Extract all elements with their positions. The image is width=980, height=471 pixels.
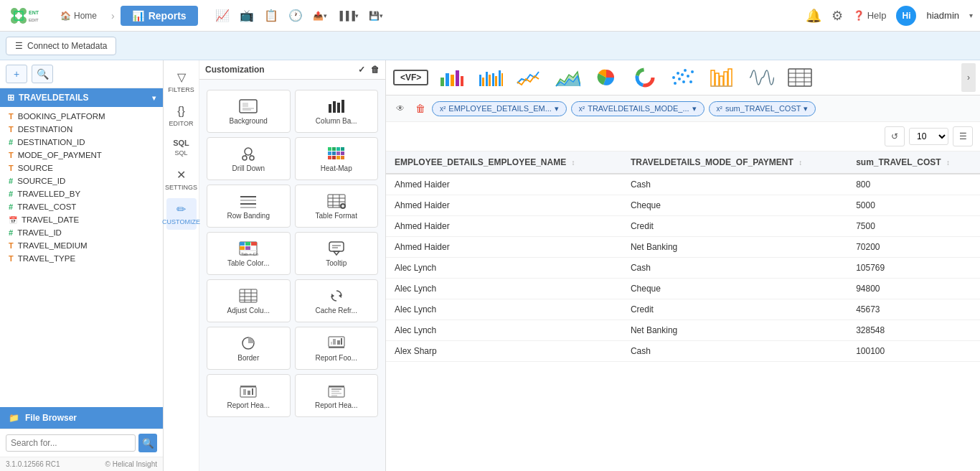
line-chart-btn[interactable] [510,63,547,92]
field-item-source[interactable]: T SOURCE [0,162,163,174]
table-color-btn[interactable]: Tab = Color . Table Color... [207,232,291,275]
row-banding-btn[interactable]: Row Banding [207,185,291,228]
report-footer-btn[interactable]: Report Foo... [295,327,379,370]
file-browser-header[interactable]: 📁 File Browser [0,407,163,429]
filter-tag-dropdown: ▾ [692,104,697,113]
report-header1-icon [238,383,258,398]
connect-metadata-button[interactable]: ☰ Connect to Metadata [6,37,116,55]
filter-delete-btn[interactable]: 🗑 [413,101,428,116]
svg-rect-28 [332,151,336,155]
field-item-mode-payment[interactable]: T MODE_OF_PAYMENT [0,149,163,162]
refresh-table-btn[interactable]: ↺ [885,126,905,146]
cache-refresh-btn[interactable]: Cache Refr... [295,279,379,322]
border-label: Border [237,354,259,362]
export-toolbar-btn[interactable]: 📤▾ [308,8,331,24]
customization-delete-icon[interactable]: 🗑 [371,65,380,75]
field-item-destination-id[interactable]: # DESTINATION_ID [0,136,163,149]
svg-text:EDITION: EDITION [29,18,39,22]
scatter-chart-btn[interactable] [665,63,702,92]
vf-chart-btn[interactable]: <VF> [390,67,431,88]
field-item-source-id[interactable]: # SOURCE_ID [0,174,163,187]
columns-toolbar-btn[interactable]: ▐▐▐▾ [333,8,364,24]
histogram-chart-btn[interactable] [704,63,741,92]
line-chart-toolbar-btn[interactable]: 📈 [211,4,234,27]
vf-label[interactable]: <VF> [393,70,428,85]
field-item-travel-cost[interactable]: # TRAVEL_COST [0,200,163,213]
table-cell-travel_cost: 100100 [847,341,980,362]
field-item-travelled-by[interactable]: # TRAVELLED_BY [0,187,163,200]
drill-down-btn[interactable]: Drill Down [207,137,291,180]
filter-tag-cost[interactable]: x² sum_TRAVEL_COST ▾ [709,101,816,116]
reports-nav-item[interactable]: 📊 Reports [121,6,198,26]
home-nav-item[interactable]: 🏠 Home [52,6,105,25]
adjust-columns-btn[interactable]: Adjust Colu... [207,279,291,322]
user-dropdown-icon[interactable]: ▾ [969,11,973,19]
search-submit-button[interactable]: 🔍 [138,434,157,452]
dashboard-toolbar-btn[interactable]: 📺 [235,4,258,27]
svg-rect-96 [495,76,497,86]
table-format-btn[interactable]: Table Format [295,185,379,228]
svg-text:ENT: ENT [29,10,39,15]
table-cell-emp_name: Ahmed Haider [386,195,622,216]
field-item-travel-medium[interactable]: T TRAVEL_MEDIUM [0,239,163,252]
number-type-icon: # [9,177,13,185]
svg-rect-49 [240,242,245,246]
column-bar-btn[interactable]: Column Ba... [295,90,379,133]
clock-toolbar-btn[interactable]: 🕐 [284,4,307,27]
report-toolbar-btn[interactable]: 📋 [260,4,283,27]
tooltip-btn[interactable]: Tooltip [295,232,379,275]
heatmap-btn[interactable]: Heat-Map [295,137,379,180]
table-options-btn[interactable]: ☰ [953,126,973,146]
customize-panel-btn[interactable]: ✏ CUSTOMIZE [166,198,197,230]
table-header[interactable]: ⊞ TRAVELDETAILS ▾ [0,88,163,107]
svg-rect-14 [329,104,331,113]
customization-check-icon[interactable]: ✓ [358,65,365,75]
add-field-button[interactable]: + [6,65,27,83]
settings-icon[interactable]: ⚙ [831,8,843,24]
area-chart-btn[interactable] [549,63,586,92]
table-row: Alex SharpCash100100 [386,341,980,362]
notifications-icon[interactable]: 🔔 [806,8,821,24]
sql-panel-btn[interactable]: SQL SQL [166,134,197,161]
search-input[interactable] [6,434,136,452]
search-field-button[interactable]: 🔍 [32,65,53,83]
user-avatar: Hi [896,6,916,26]
col-header-mode-payment[interactable]: TRAVELDETAILS_MODE_OF_PAYMENT ↕ [622,151,847,174]
tooltip-icon [326,241,347,256]
table-chart-btn[interactable] [781,63,819,92]
page-size-select[interactable]: 10 25 50 100 [909,128,948,145]
donut-chart-btn[interactable] [626,63,664,92]
waveform-chart-btn[interactable] [743,63,780,92]
chart-toolbar-expand-btn[interactable]: › [961,63,976,92]
border-btn[interactable]: Border [207,327,291,370]
settings-panel-btn[interactable]: ✕ SETTINGS [166,164,197,195]
multibar-chart-btn[interactable] [471,63,509,92]
svg-point-111 [691,70,694,73]
field-item-travel-id[interactable]: # TRAVEL_ID [0,226,163,239]
filter-tag-dropdown: ▾ [804,104,808,113]
filter-tag-employee[interactable]: x² EMPLOYEE_DETAILS_EM... ▾ [432,101,567,116]
report-header1-btn[interactable]: Report Hea... [207,374,291,417]
field-item-booking-platform[interactable]: T BOOKING_PLATFORM [0,110,163,123]
filters-panel-btn[interactable]: ▽ FILTERS [166,66,197,98]
col-header-travel-cost[interactable]: sum_TRAVEL_COST ↕ [847,151,980,174]
field-item-travel-type[interactable]: T TRAVEL_TYPE [0,252,163,265]
field-item-travel-date[interactable]: 📅 TRAVEL_DATE [0,213,163,226]
bar-chart-btn[interactable] [433,63,470,92]
report-header2-btn[interactable]: Report Hea... [295,374,379,417]
report-header2-label: Report Hea... [315,401,357,409]
save-toolbar-btn[interactable]: 💾▾ [364,8,387,24]
filter-tag-label: TRAVELDETAILS_MODE_... [588,104,689,113]
pie-chart-btn[interactable] [588,63,625,92]
background-btn[interactable]: Background [207,90,291,133]
help-button[interactable]: ❓ Help [853,10,887,21]
editor-panel-btn[interactable]: {} EDITOR [166,101,197,131]
filter-visibility-btn[interactable]: 👁 [392,100,409,117]
col-header-employee[interactable]: EMPLOYEE_DETAILS_EMPLOYEE_NAME ↕ [386,151,622,174]
user-name[interactable]: hiadmin [926,10,959,21]
file-browser-label: File Browser [25,413,77,423]
field-item-destination[interactable]: T DESTINATION [0,123,163,136]
cache-refresh-icon [326,288,347,304]
filter-tag-mode[interactable]: x² TRAVELDETAILS_MODE_... ▾ [571,101,705,116]
svg-rect-97 [499,70,501,86]
